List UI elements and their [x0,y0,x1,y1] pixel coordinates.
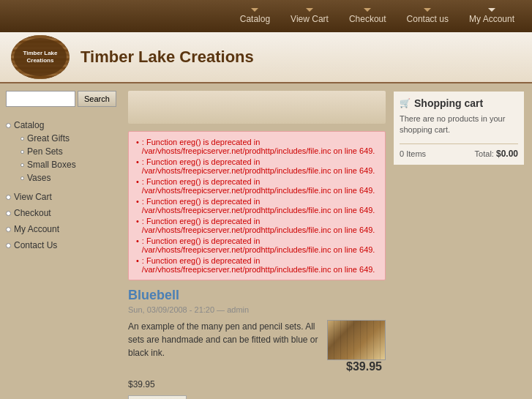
sidebar-item-my-account[interactable]: My Account [6,220,115,236]
cart-title: 🛒 Shopping cart [400,97,518,109]
nav-items-container: Catalog View Cart Checkout Contact us My… [230,5,525,27]
error-line: •: Function ereg() is deprecated in /var… [136,197,378,215]
search-button[interactable]: Search [78,91,116,107]
error-line: •: Function ereg() is deprecated in /var… [136,177,378,195]
product-image-bg [328,321,385,359]
my-account-link[interactable]: My Account [14,224,59,234]
pen-sets-bullet [20,150,24,154]
nav-contact-arrow [424,8,431,12]
view-cart-bullet [6,195,11,200]
site-header: Timber Lake Creations Timber Lake Creati… [0,32,532,83]
nav-my-account[interactable]: My Account [459,5,525,27]
error-line: •: Function ereg() is deprecated in /var… [136,256,378,274]
nav-view-cart-arrow [306,8,313,12]
search-box: Search [6,91,115,107]
nav-checkout-label: Checkout [349,14,386,24]
nav-catalog[interactable]: Catalog [230,5,280,27]
error-bullet: • [136,138,139,146]
error-bullet: • [136,217,139,225]
nav-view-cart[interactable]: View Cart [280,5,339,27]
cart-empty-text: There are no products in your shopping c… [400,113,518,136]
view-cart-link[interactable]: View Cart [14,192,52,202]
cart-items-count: 0 Items [400,149,426,158]
logo-text-container: Timber Lake Creations [14,38,67,76]
cart-icon: 🛒 [400,98,411,108]
sidebar-item-view-cart[interactable]: View Cart [6,187,115,204]
great-gifts-link[interactable]: Great Gifts [27,133,70,143]
main-wrapper: Search Catalog Great Gifts Pen Sets Smal… [0,83,532,399]
sidebar-item-vases[interactable]: Vases [6,171,115,184]
error-line: •: Function ereg() is deprecated in /var… [136,138,378,155]
product-price: $39.95 [128,379,386,389]
sidebar-item-contact-us[interactable]: Contact Us [6,236,115,252]
nav-catalog-label: Catalog [240,14,270,24]
cart-total-label: Total: $0.00 [475,149,518,159]
top-navigation: Catalog View Cart Checkout Contact us My… [0,0,532,32]
product-description: An example of the many pen and pencil se… [128,320,320,373]
main-content: •: Function ereg() is deprecated in /var… [128,91,386,399]
nav-checkout-arrow [364,8,371,12]
pen-sets-link[interactable]: Pen Sets [27,146,63,157]
add-to-cart-button[interactable]: Add to cart [128,395,187,399]
nav-view-cart-label: View Cart [291,14,329,24]
site-title: Timber Lake Creations [80,48,254,67]
small-boxes-link[interactable]: Small Boxes [27,160,76,170]
sidebar-item-catalog[interactable]: Catalog [6,116,115,132]
error-bullet: • [136,236,139,245]
cart-box: 🛒 Shopping cart There are no products in… [393,91,525,165]
checkout-bullet [6,211,11,216]
sidebar-item-great-gifts[interactable]: Great Gifts [6,132,115,145]
product-body: An example of the many pen and pencil se… [128,320,386,373]
great-gifts-bullet [20,137,24,141]
sidebar-navigation: Catalog Great Gifts Pen Sets Small Boxes… [6,116,115,252]
nav-contact[interactable]: Contact us [397,5,459,27]
product-image-container: $39.95 [327,320,386,373]
logo-line1: Timber Lake [23,50,58,57]
nav-my-account-arrow [488,8,495,12]
nav-catalog-arrow [251,8,258,12]
error-bullet: • [136,157,139,166]
error-line: •: Function ereg() is deprecated in /var… [136,157,378,175]
cart-total-row: 0 Items Total: $0.00 [400,143,518,159]
vases-link[interactable]: Vases [27,173,50,183]
nav-contact-label: Contact us [407,14,449,24]
sidebar-item-checkout[interactable]: Checkout [6,204,115,220]
error-bullet: • [136,197,139,206]
sidebar-item-small-boxes[interactable]: Small Boxes [6,158,115,171]
catalog-bullet [6,123,11,128]
breadcrumb-area [128,91,386,124]
logo-line2: Creations [23,57,58,64]
error-line: •: Function ereg() is deprecated in /var… [136,217,378,234]
sidebar-item-pen-sets[interactable]: Pen Sets [6,145,115,158]
search-input[interactable] [6,91,75,107]
product-title[interactable]: Bluebell [128,288,386,303]
cart-total-amount: $0.00 [496,149,518,159]
error-line: •: Function ereg() is deprecated in /var… [136,236,378,254]
error-bullet: • [136,177,139,186]
contact-us-bullet [6,243,11,248]
site-logo: Timber Lake Creations [11,35,70,79]
content-area: •: Function ereg() is deprecated in /var… [121,83,532,399]
cart-title-text: Shopping cart [414,97,483,109]
checkout-link[interactable]: Checkout [14,208,51,218]
logo-inner-text: Timber Lake Creations [23,50,58,64]
product-image [327,320,386,360]
my-account-bullet [6,227,11,232]
nav-checkout[interactable]: Checkout [339,5,397,27]
vases-bullet [20,176,24,180]
product-meta: Sun, 03/09/2008 - 21:20 — admin [128,305,386,314]
error-bullet: • [136,256,139,265]
cart-sidebar: 🛒 Shopping cart There are no products in… [393,91,525,399]
small-boxes-bullet [20,163,24,167]
sidebar: Search Catalog Great Gifts Pen Sets Smal… [0,83,121,399]
contact-us-link[interactable]: Contact Us [14,240,57,250]
logo-wood-bg: Timber Lake Creations [11,35,70,79]
nav-my-account-label: My Account [469,14,514,24]
product-price-overlay: $39.95 [346,360,386,373]
catalog-link[interactable]: Catalog [14,120,44,130]
error-box: •: Function ereg() is deprecated in /var… [128,131,386,280]
